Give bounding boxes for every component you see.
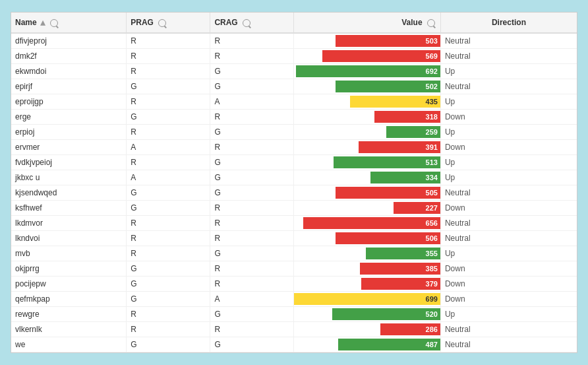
table-row: weGG487Neutral: [11, 337, 577, 352]
cell-name: dfivjeproj: [11, 33, 127, 49]
cell-direction: Up: [440, 64, 577, 79]
cell-direction: Down: [440, 292, 577, 307]
cell-direction: Up: [440, 155, 577, 170]
crag-search-icon[interactable]: [243, 19, 250, 27]
cell-prag: A: [127, 140, 210, 155]
crag-column-header: CRAG: [210, 13, 294, 33]
cell-value: 692: [294, 64, 440, 79]
cell-crag: G: [210, 64, 294, 79]
cell-value: 505: [294, 185, 440, 201]
cell-crag: G: [210, 155, 294, 170]
cell-name: eproijgp: [11, 94, 127, 110]
cell-name: erpioj: [11, 125, 127, 140]
cell-name: fvdkjvpeioj: [11, 155, 127, 170]
table-row: mvbRG355Up: [11, 246, 577, 261]
cell-direction: Up: [440, 170, 577, 185]
cell-name: lkdmvor: [11, 216, 127, 231]
cell-name: kjsendwqed: [11, 185, 127, 201]
cell-direction: Down: [440, 201, 577, 216]
cell-value: 318: [294, 110, 440, 125]
cell-prag: R: [127, 322, 210, 337]
direction-header-label: Direction: [492, 18, 526, 27]
table-row: epirjfGG502Neutral: [11, 79, 577, 94]
cell-prag: R: [127, 33, 210, 49]
name-search-icon[interactable]: [50, 19, 58, 27]
cell-direction: Neutral: [440, 79, 577, 94]
cell-value: 435: [294, 94, 440, 110]
cell-crag: R: [210, 216, 294, 231]
cell-value: 391: [294, 140, 440, 155]
cell-direction: Neutral: [440, 185, 577, 201]
cell-prag: R: [127, 307, 210, 322]
table-row: pocijepwGR379Down: [11, 277, 577, 292]
value-search-icon[interactable]: [427, 19, 435, 27]
cell-direction: Up: [440, 94, 577, 110]
cell-prag: G: [127, 261, 210, 277]
cell-prag: R: [127, 94, 210, 110]
cell-direction: Down: [440, 140, 577, 155]
table-header-row: Name PRAG CRAG Value: [11, 13, 577, 33]
table-row: lkdmvorRR656Neutral: [11, 216, 577, 231]
cell-prag: G: [127, 110, 210, 125]
cell-name: epirjf: [11, 79, 127, 94]
cell-value: 227: [294, 201, 440, 216]
cell-value: 259: [294, 125, 440, 140]
cell-crag: G: [210, 125, 294, 140]
cell-name: okjprrg: [11, 261, 127, 277]
cell-value: 503: [294, 33, 440, 49]
cell-crag: R: [210, 33, 294, 49]
cell-prag: R: [127, 155, 210, 170]
cell-value: 379: [294, 277, 440, 292]
cell-prag: R: [127, 64, 210, 79]
table-row: okjprrgGR385Down: [11, 261, 577, 277]
cell-prag: R: [127, 246, 210, 261]
table-row: vlkernlkRR286Neutral: [11, 322, 577, 337]
table-row: kjsendwqedGG505Neutral: [11, 185, 577, 201]
cell-crag: G: [210, 246, 294, 261]
cell-crag: G: [210, 185, 294, 201]
cell-crag: A: [210, 94, 294, 110]
cell-direction: Down: [440, 261, 577, 277]
cell-crag: R: [210, 140, 294, 155]
cell-name: ekwmdoi: [11, 64, 127, 79]
cell-direction: Up: [440, 125, 577, 140]
cell-crag: G: [210, 307, 294, 322]
table-wrapper[interactable]: Name PRAG CRAG Value: [11, 13, 577, 352]
cell-direction: Down: [440, 277, 577, 292]
table-body: dfivjeprojRR503Neutraldmk2fRR569Neutrale…: [11, 33, 577, 352]
cell-crag: R: [210, 261, 294, 277]
cell-value: 355: [294, 246, 440, 261]
prag-header-label: PRAG: [131, 18, 154, 27]
cell-value: 569: [294, 49, 440, 64]
cell-prag: G: [127, 277, 210, 292]
name-column-header: Name: [11, 13, 127, 33]
cell-direction: Neutral: [440, 33, 577, 49]
table-row: ksfhwefGR227Down: [11, 201, 577, 216]
cell-crag: G: [210, 79, 294, 94]
cell-prag: G: [127, 337, 210, 352]
table-row: dmk2fRR569Neutral: [11, 49, 577, 64]
cell-prag: R: [127, 125, 210, 140]
cell-name: vlkernlk: [11, 322, 127, 337]
cell-direction: Up: [440, 307, 577, 322]
cell-value: 487: [294, 337, 440, 352]
table-row: ervmerAR391Down: [11, 140, 577, 155]
cell-crag: R: [210, 49, 294, 64]
cell-value: 656: [294, 216, 440, 231]
cell-value: 334: [294, 170, 440, 185]
cell-name: erge: [11, 110, 127, 125]
name-sort-icon[interactable]: [40, 20, 45, 26]
cell-prag: G: [127, 79, 210, 94]
cell-prag: G: [127, 201, 210, 216]
cell-value: 513: [294, 155, 440, 170]
cell-value: 699: [294, 292, 440, 307]
cell-direction: Neutral: [440, 337, 577, 352]
table-row: ergeGR318Down: [11, 110, 577, 125]
cell-name: mvb: [11, 246, 127, 261]
table-row: rewgreRG520Up: [11, 307, 577, 322]
cell-prag: R: [127, 216, 210, 231]
cell-name: dmk2f: [11, 49, 127, 64]
value-header-label: Value: [401, 18, 422, 27]
prag-search-icon[interactable]: [158, 19, 166, 27]
cell-value: 506: [294, 231, 440, 246]
